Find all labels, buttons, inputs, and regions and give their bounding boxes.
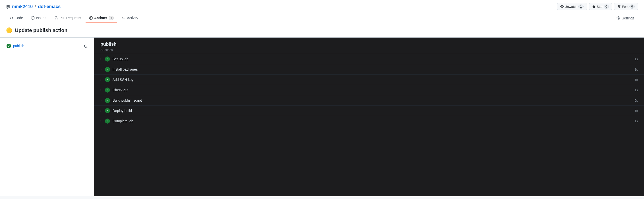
sidebar-job-left: ✓ publish [7,44,24,48]
step-item[interactable]: › ✓ Add SSH key 1s [94,75,644,85]
star-button[interactable]: Star 0 [589,3,612,10]
repo-nav: Code Issues Pull Requests Actions 1 Acti… [0,13,644,23]
job-success-icon: ✓ [7,44,11,48]
sidebar: ✓ publish [0,38,94,196]
step-item[interactable]: › ✓ Complete job 1s [94,116,644,126]
repo-separator: / [35,4,36,9]
repo-title: mmk2410 / dot-emacs [6,4,61,9]
step-item[interactable]: › ✓ Build publish script 5s [94,95,644,106]
step-left: › ✓ Build publish script [100,98,142,103]
main-layout: ✓ publish publish Success › ✓ Set up job… [0,38,644,196]
chevron-right-icon: › [100,119,101,123]
star-label: Star [597,5,603,9]
tab-activity-label: Activity [127,16,138,20]
step-duration: 1s [634,109,638,113]
step-name: Check out [112,88,128,92]
repo-actions: Unwatch 1 Star 0 Fork 0 [557,3,638,10]
job-detail: publish Success › ✓ Set up job 1s › ✓ In… [94,38,644,196]
chevron-right-icon: › [100,88,101,92]
chevron-right-icon: › [100,99,101,102]
step-left: › ✓ Complete job [100,119,133,124]
settings-label: Settings [622,16,634,20]
workflow-title: Update publish action [15,27,67,33]
job-detail-title: publish [100,42,638,47]
step-duration: 1s [634,119,638,123]
job-name: publish [13,44,24,48]
step-success-icon: ✓ [105,119,110,124]
repo-icon [6,4,10,9]
fork-count: 0 [629,5,635,9]
tab-actions-label: Actions [94,16,107,20]
step-success-icon: ✓ [105,56,110,62]
step-left: › ✓ Check out [100,88,128,93]
star-count: 0 [604,5,609,9]
step-list: › ✓ Set up job 1s › ✓ Install packages 1… [94,54,644,126]
step-name: Install packages [112,67,138,71]
chevron-right-icon: › [100,57,101,61]
tab-issues-label: Issues [36,16,46,20]
chevron-right-icon: › [100,68,101,71]
step-success-icon: ✓ [105,67,110,72]
refresh-icon[interactable] [84,44,88,48]
step-duration: 1s [634,88,638,92]
chevron-right-icon: › [100,109,101,112]
tab-pullrequests-label: Pull Requests [59,16,81,20]
repo-name-link[interactable]: dot-emacs [38,4,61,9]
step-item[interactable]: › ✓ Set up job 1s [94,54,644,64]
job-detail-header: publish Success [94,38,644,54]
unwatch-label: Unwatch [565,5,578,9]
step-item[interactable]: › ✓ Install packages 1s [94,64,644,75]
job-detail-status: Success [100,48,638,52]
step-name: Deploy build [112,109,132,113]
step-duration: 1s [634,78,638,82]
step-name: Build publish script [112,98,142,102]
tab-code[interactable]: Code [6,13,26,23]
sidebar-job-publish[interactable]: ✓ publish [4,42,90,50]
step-name: Add SSH key [112,78,133,82]
tab-actions-badge: 1 [109,16,114,20]
step-item[interactable]: › ✓ Deploy build 1s [94,106,644,116]
settings-tab[interactable]: Settings [613,14,638,23]
step-left: › ✓ Add SSH key [100,77,133,82]
fork-button[interactable]: Fork 0 [614,3,638,10]
step-left: › ✓ Set up job [100,56,128,62]
unwatch-count: 1 [578,5,584,9]
tab-code-label: Code [15,16,23,20]
unwatch-button[interactable]: Unwatch 1 [557,3,587,10]
step-left: › ✓ Install packages [100,67,138,72]
repo-owner-link[interactable]: mmk2410 [12,4,33,9]
step-duration: 5s [634,99,638,102]
step-item[interactable]: › ✓ Check out 1s [94,85,644,95]
step-left: › ✓ Deploy build [100,108,132,113]
workflow-header: 🟡 Update publish action [0,23,644,38]
tab-activity[interactable]: Activity [118,13,141,23]
step-name: Set up job [112,57,128,61]
step-success-icon: ✓ [105,108,110,113]
step-success-icon: ✓ [105,77,110,82]
workflow-status-icon: 🟡 [6,27,12,33]
step-duration: 1s [634,57,638,61]
chevron-right-icon: › [100,78,101,81]
repo-header: mmk2410 / dot-emacs Unwatch 1 Star 0 For… [0,0,644,13]
tab-actions[interactable]: Actions 1 [86,13,117,23]
step-success-icon: ✓ [105,88,110,93]
step-name: Complete job [112,119,133,123]
step-duration: 1s [634,68,638,71]
tab-issues[interactable]: Issues [27,13,50,23]
fork-label: Fork [622,5,628,9]
step-success-icon: ✓ [105,98,110,103]
tab-pullrequests[interactable]: Pull Requests [51,13,85,23]
